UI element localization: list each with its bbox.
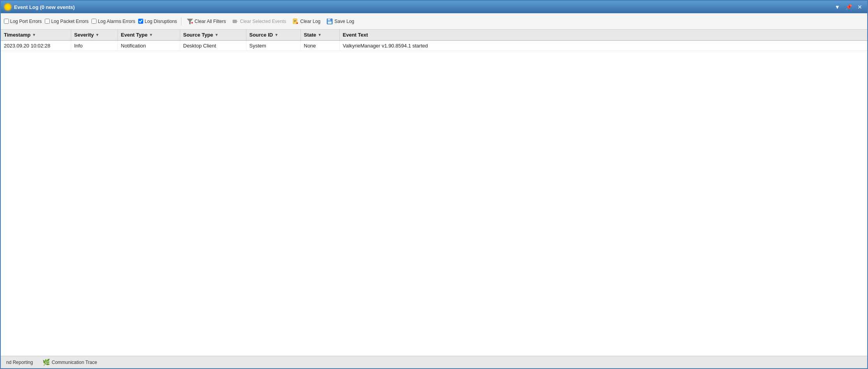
col-header-timestamp-label: Timestamp [4,32,30,38]
title-bar: Event Log (0 new events) ▼ 📌 ✕ [1,1,867,13]
log-port-errors-input[interactable] [4,19,9,24]
log-alarms-errors-input[interactable] [91,19,97,24]
col-header-event-type[interactable]: Event Type ▼ [118,30,180,40]
severity-filter-icon: ▼ [95,33,99,37]
table-header-row: Timestamp ▼ Severity ▼ Event Type [1,30,867,40]
clear-all-filters-label: Clear All Filters [195,19,226,24]
clear-selected-events-label: Clear Selected Events [240,19,286,24]
bottom-bar: nd Reporting 🌿 Communication Trace [1,356,867,368]
log-port-errors-checkbox[interactable]: Log Port Errors [4,19,42,24]
svg-marker-0 [187,19,193,24]
nd-reporting-label: nd Reporting [6,360,33,365]
title-bar-left: Event Log (0 new events) [4,3,75,11]
log-disruptions-input[interactable] [138,19,143,24]
event-log-window: Event Log (0 new events) ▼ 📌 ✕ Log Port … [0,0,868,369]
log-port-errors-label: Log Port Errors [10,19,42,24]
communication-trace-icon: 🌿 [42,358,50,366]
cell-severity: Info [71,40,118,51]
log-packet-errors-label: Log Packet Errors [51,19,88,24]
clear-log-button[interactable]: Clear Log [291,18,322,25]
table-container: Timestamp ▼ Severity ▼ Event Type [1,30,867,356]
title-controls: ▼ 📌 ✕ [833,4,864,11]
svg-marker-4 [237,21,238,22]
col-header-timestamp[interactable]: Timestamp ▼ [1,30,71,40]
col-header-event-text[interactable]: Event Text [339,30,867,40]
col-header-event-type-label: Event Type [121,32,148,38]
state-filter-icon: ▼ [318,33,322,37]
clear-selected-events-button[interactable]: Clear Selected Events [231,18,288,25]
cell-source-type: Desktop Client [180,40,246,51]
log-packet-errors-checkbox[interactable]: Log Packet Errors [45,19,88,24]
log-disruptions-label: Log Disruptions [144,19,177,24]
nd-reporting-tab[interactable]: nd Reporting [4,359,35,366]
window-title: Event Log (0 new events) [14,4,75,10]
col-header-state-label: State [304,32,316,38]
save-log-button[interactable]: Save Log [325,18,356,25]
col-header-severity[interactable]: Severity ▼ [71,30,118,40]
col-header-source-type-label: Source Type [183,32,213,38]
save-log-label: Save Log [334,19,354,24]
col-header-state[interactable]: State ▼ [300,30,339,40]
source-id-filter-icon: ▼ [274,33,278,37]
col-header-source-type[interactable]: Source Type ▼ [180,30,246,40]
svg-rect-13 [328,21,332,24]
clear-log-label: Clear Log [300,19,320,24]
app-icon [4,3,12,11]
cell-timestamp: 2023.09.20 10:02:28 [1,40,71,51]
log-alarms-errors-checkbox[interactable]: Log Alarms Errors [91,19,135,24]
close-button[interactable]: ✕ [856,4,864,11]
log-packet-errors-input[interactable] [45,19,50,24]
cell-event-text: ValkyrieManager v1.90.8594.1 started [339,40,867,51]
clear-filters-icon [187,18,193,25]
event-type-filter-icon: ▼ [149,33,153,37]
event-log-table: Timestamp ▼ Severity ▼ Event Type [1,30,867,51]
toolbar: Log Port Errors Log Packet Errors Log Al… [1,13,867,30]
clear-log-icon [292,18,299,25]
source-type-filter-icon: ▼ [215,33,219,37]
cell-state: None [300,40,339,51]
timestamp-filter-icon: ▼ [32,33,36,37]
col-header-source-id[interactable]: Source ID ▼ [246,30,300,40]
cell-event-type: Notification [118,40,180,51]
col-header-event-text-label: Event Text [343,32,368,38]
toolbar-separator-1 [181,18,181,25]
log-disruptions-checkbox[interactable]: Log Disruptions [138,19,177,24]
save-log-icon [327,18,333,25]
log-alarms-errors-label: Log Alarms Errors [98,19,135,24]
col-header-source-id-label: Source ID [250,32,273,38]
clear-selected-icon [232,18,239,25]
communication-trace-label: Communication Trace [52,360,97,365]
svg-rect-14 [330,19,331,20]
cell-source-id: System [246,40,300,51]
communication-trace-tab[interactable]: 🌿 Communication Trace [40,358,100,367]
svg-rect-3 [233,20,237,23]
minimize-button[interactable]: ▼ [833,4,842,11]
clear-all-filters-button[interactable]: Clear All Filters [185,18,228,25]
col-header-severity-label: Severity [74,32,94,38]
table-body: 2023.09.20 10:02:28InfoNotificationDeskt… [1,40,867,51]
pin-button[interactable]: 📌 [843,4,854,11]
table-row[interactable]: 2023.09.20 10:02:28InfoNotificationDeskt… [1,40,867,51]
